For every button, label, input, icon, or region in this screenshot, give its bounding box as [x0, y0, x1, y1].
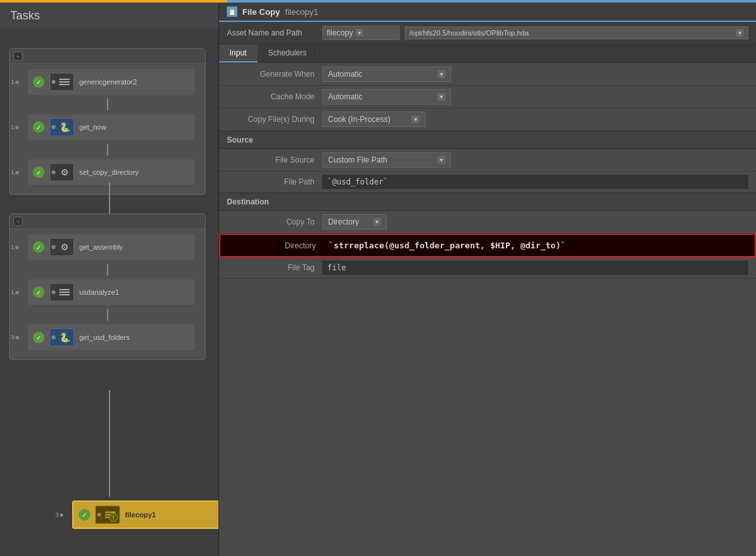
file-path-value[interactable]: `@usd_folder` — [322, 175, 748, 189]
asset-path-field[interactable]: /opt/hfs20.5/houdini/otls/OPlibTop.hda ▼ — [405, 26, 748, 39]
badge-set-copy: 1 — [11, 169, 14, 175]
icon-set-copy: ⚙ — [50, 163, 74, 181]
label-cache-mode: Cache Mode — [219, 92, 322, 101]
tab-schedulers[interactable]: Schedulers — [258, 45, 318, 63]
dot-get-usd-folders — [15, 336, 19, 339]
dot-get-now — [15, 126, 19, 129]
properties-content: Generate When Automatic ▼ Cache Mode Aut… — [219, 63, 756, 556]
right-panel: 📋 File Copy filecopy1 Asset Name and Pat… — [219, 3, 756, 556]
node-set-copy-directory[interactable]: ✓ ⚙ set_copy_directory — [28, 159, 195, 185]
asset-path-value: /opt/hfs20.5/houdini/otls/OPlibTop.hda — [409, 29, 528, 37]
label-file-source: File Source — [219, 155, 322, 164]
row-copy-to: Copy To Directory ▼ — [219, 211, 756, 233]
label-set-copy: set_copy_directory — [79, 168, 139, 176]
row-cache-mode: Cache Mode Automatic ▼ — [219, 86, 756, 108]
tab-input[interactable]: Input — [219, 45, 258, 63]
icon-get-usd-folders: 🐍 — [50, 328, 74, 346]
label-copy-files: Copy File(s) During — [219, 115, 322, 124]
copy-files-text: Cook (In-Process) — [328, 115, 391, 124]
node-genericgenerator2[interactable]: ✓ genericgenerator2 — [28, 69, 195, 95]
warning-badge-filecopy1: ! — [109, 513, 118, 522]
section-destination: Destination — [219, 193, 756, 211]
label-get-now: get_now — [79, 123, 106, 131]
check-set-copy: ✓ — [33, 166, 44, 178]
asset-name-dropdown-arrow[interactable]: ▼ — [356, 29, 363, 37]
value-file-source: Custom File Path ▼ — [322, 152, 748, 168]
asset-name-select[interactable]: filecopy ▼ — [322, 26, 400, 40]
left-panel: Tasks − 1 ✓ — [0, 3, 219, 556]
copy-to-text: Directory — [328, 217, 359, 226]
value-copy-to: Directory ▼ — [322, 214, 748, 230]
copy-files-arrow[interactable]: ▼ — [412, 115, 420, 123]
select-copy-to[interactable]: Directory ▼ — [322, 214, 387, 230]
node-group-2-header: − — [10, 214, 205, 229]
value-copy-files: Cook (In-Process) ▼ — [322, 112, 748, 127]
label-get-usd-folders: get_usd_folders — [79, 333, 130, 341]
tabs-bar: Input Schedulers — [219, 45, 756, 63]
label-file-path: File Path — [219, 177, 322, 186]
copy-to-arrow[interactable]: ▼ — [373, 218, 381, 226]
collapse-btn-2[interactable]: − — [14, 217, 23, 226]
node-group-2: − 1 ✓ ⚙ get_assembly — [9, 213, 206, 360]
asset-path-dropdown-arrow[interactable]: ▼ — [736, 29, 744, 37]
check-get-now: ✓ — [33, 121, 44, 133]
connector-to-filecopy — [109, 390, 110, 497]
value-file-tag: file — [322, 261, 748, 275]
badge-genericgenerator2: 1 — [11, 79, 14, 85]
connector-line-4 — [107, 309, 108, 321]
icon-genericgenerator2 — [50, 73, 74, 91]
select-generate-when[interactable]: Automatic ▼ — [322, 66, 451, 82]
node-get-usd-folders[interactable]: ✓ 🐍 get_usd_folders — [28, 324, 195, 350]
dot-usdanalyze — [15, 291, 19, 294]
property-header: 📋 File Copy filecopy1 — [219, 3, 756, 22]
icon-get-now: 🐍 — [50, 118, 74, 136]
inter-group-connector — [109, 183, 110, 213]
check-usdanalyze: ✓ — [33, 286, 44, 298]
label-filecopy1: filecopy1 — [125, 511, 156, 519]
asset-name-row: Asset Name and Path filecopy ▼ /opt/hfs2… — [219, 22, 756, 45]
node-get-now[interactable]: ✓ 🐍 get_now — [28, 114, 195, 140]
check-get-usd-folders: ✓ — [33, 332, 44, 343]
node-usdanalyze1[interactable]: ✓ usdanalyze1 — [28, 279, 195, 305]
badge-filecopy1: 3 — [55, 511, 59, 518]
generate-when-arrow[interactable]: ▼ — [438, 70, 445, 78]
connector-line-2 — [107, 144, 108, 155]
file-source-arrow[interactable]: ▼ — [438, 156, 445, 164]
icon-usdanalyze — [50, 283, 74, 301]
label-generate-when: Generate When — [219, 70, 322, 79]
node-filecopy1[interactable]: ✓ ! filecopy1 — [72, 501, 218, 529]
active-node-area: 3 ✓ ! filecopy1 — [54, 497, 218, 533]
directory-value[interactable]: `strreplace(@usd_folder_parent, $HIP, @d… — [324, 238, 747, 253]
generate-when-text: Automatic — [328, 70, 362, 79]
row-file-path: File Path `@usd_folder` — [219, 172, 756, 193]
badge-get-usd-folders: 3 — [11, 334, 14, 341]
value-directory: `strreplace(@usd_folder_parent, $HIP, @d… — [324, 238, 747, 253]
file-source-text: Custom File Path — [328, 155, 387, 164]
node-group-1-header: − — [10, 49, 205, 64]
badge-get-assembly: 1 — [11, 244, 14, 250]
connector-line — [107, 99, 108, 110]
file-tag-value[interactable]: file — [322, 261, 748, 275]
label-copy-to: Copy To — [219, 217, 322, 226]
node-group-1: − 1 ✓ — [9, 48, 206, 195]
check-genericgenerator2: ✓ — [33, 76, 44, 88]
canvas-area: − 1 ✓ — [0, 29, 218, 556]
row-directory: Directory `strreplace(@usd_folder_parent… — [219, 233, 756, 257]
cache-mode-arrow[interactable]: ▼ — [438, 93, 445, 101]
row-generate-when: Generate When Automatic ▼ — [219, 63, 756, 86]
asset-name-value: filecopy — [327, 28, 353, 37]
value-cache-mode: Automatic ▼ — [322, 89, 748, 104]
node-instance-name: filecopy1 — [286, 7, 318, 17]
select-cache-mode[interactable]: Automatic ▼ — [322, 89, 451, 104]
select-copy-files[interactable]: Cook (In-Process) ▼ — [322, 112, 425, 127]
label-genericgenerator2: genericgenerator2 — [79, 78, 137, 86]
value-file-path: `@usd_folder` — [322, 175, 748, 189]
select-file-source[interactable]: Custom File Path ▼ — [322, 152, 451, 168]
value-generate-when: Automatic ▼ — [322, 66, 748, 82]
asset-name-label: Asset Name and Path — [227, 28, 317, 37]
node-get-assembly[interactable]: ✓ ⚙ get_assembly — [28, 234, 195, 260]
icon-filecopy1: ! — [95, 506, 120, 524]
check-filecopy1: ✓ — [79, 509, 90, 521]
cache-mode-text: Automatic — [328, 92, 362, 101]
collapse-btn-1[interactable]: − — [14, 52, 23, 61]
